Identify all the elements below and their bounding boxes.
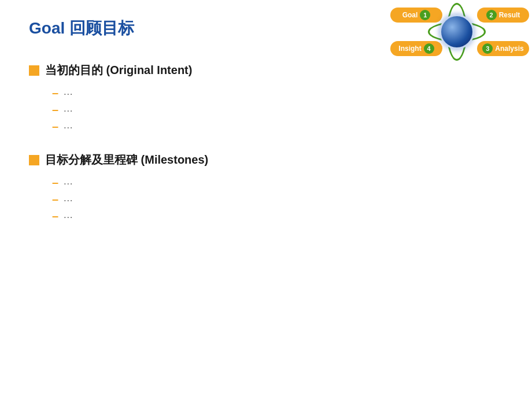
- nav-result-label: Result: [499, 11, 520, 19]
- dash-icon: –: [52, 210, 58, 221]
- list-item: –…: [52, 176, 503, 188]
- bullet-square-icon: [29, 65, 39, 76]
- dash-icon: –: [52, 104, 58, 115]
- dash-icon: –: [52, 193, 58, 205]
- nav-insight[interactable]: Insight 4: [390, 41, 442, 56]
- list-item: –…: [52, 103, 503, 115]
- nav-analysis-num: 3: [482, 43, 493, 54]
- nav-sphere: [439, 14, 474, 49]
- sub-items-0: –…–…–…: [52, 86, 503, 132]
- nav-insight-label: Insight: [398, 45, 421, 53]
- nav-goal-num: 1: [420, 10, 430, 20]
- list-item: –…: [52, 193, 503, 205]
- item-text-0-2: …: [63, 120, 73, 131]
- list-item: –…: [52, 209, 503, 221]
- section-heading-1: 目标分解及里程碑 (Milestones): [29, 152, 503, 168]
- item-text-1-1: …: [63, 193, 73, 204]
- section-heading-text-1: 目标分解及里程碑 (Milestones): [45, 152, 208, 168]
- sub-items-1: –…–…–…: [52, 176, 503, 221]
- section-heading-0: 当初的目的 (Original Intent): [29, 62, 503, 78]
- item-text-0-1: …: [63, 103, 73, 114]
- section-original-intent: 当初的目的 (Original Intent)–…–…–…: [29, 62, 503, 132]
- item-text-0-0: …: [63, 86, 73, 98]
- nav-goal-label: Goal: [402, 11, 418, 19]
- item-text-1-2: …: [63, 209, 73, 221]
- list-item: –…: [52, 86, 503, 98]
- nav-widget: Goal 1 2 Result Insight 4 3 Analysis: [385, 3, 529, 61]
- sections-container: 当初的目的 (Original Intent)–…–…–…目标分解及里程碑 (M…: [29, 62, 503, 221]
- nav-analysis-label: Analysis: [495, 45, 523, 53]
- dash-icon: –: [52, 176, 58, 188]
- nav-result-num: 2: [486, 10, 497, 20]
- nav-insight-num: 4: [424, 43, 434, 54]
- dash-icon: –: [52, 120, 58, 132]
- dash-icon: –: [52, 87, 58, 98]
- list-item: –…: [52, 120, 503, 132]
- section-heading-text-0: 当初的目的 (Original Intent): [45, 62, 192, 78]
- nav-result[interactable]: 2 Result: [477, 8, 529, 23]
- bullet-square-icon: [29, 155, 39, 165]
- nav-goal[interactable]: Goal 1: [390, 8, 442, 23]
- item-text-1-0: …: [63, 176, 73, 187]
- section-milestones: 目标分解及里程碑 (Milestones)–…–…–…: [29, 152, 503, 221]
- nav-analysis[interactable]: 3 Analysis: [477, 41, 529, 56]
